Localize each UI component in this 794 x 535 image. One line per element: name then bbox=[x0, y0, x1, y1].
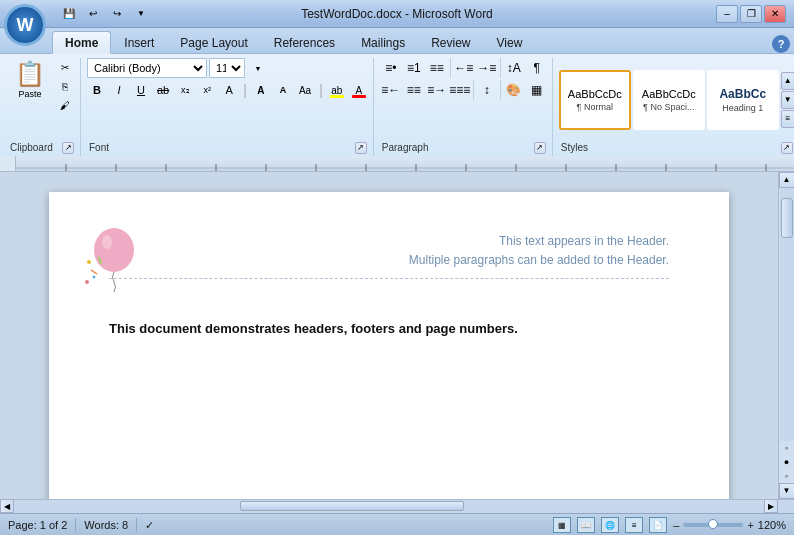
underline-button[interactable]: U bbox=[131, 80, 151, 100]
document-area: This text appears in the Header. Multipl… bbox=[0, 172, 794, 499]
draft-view[interactable]: 📄 bbox=[649, 517, 667, 533]
style-h1-label: Heading 1 bbox=[722, 103, 763, 113]
ribbon-content: 📋 Paste ✂ ⎘ 🖌 Clipboard ↗ Calibri (Body)… bbox=[0, 54, 794, 156]
align-right-button[interactable]: ≡→ bbox=[426, 80, 448, 100]
subscript-button[interactable]: x₂ bbox=[175, 80, 195, 100]
highlight-button[interactable]: ab bbox=[327, 80, 347, 100]
italic-button[interactable]: I bbox=[109, 80, 129, 100]
bold-button[interactable]: B bbox=[87, 80, 107, 100]
web-layout-view[interactable]: 🌐 bbox=[601, 517, 619, 533]
tab-mailings[interactable]: Mailings bbox=[348, 30, 418, 53]
superscript-button[interactable]: x² bbox=[197, 80, 217, 100]
shading-button[interactable]: 🎨 bbox=[503, 80, 525, 100]
scroll-select-button[interactable]: ● bbox=[780, 455, 794, 469]
styles-label: Styles bbox=[561, 142, 588, 153]
restore-button[interactable]: ❐ bbox=[740, 5, 762, 23]
para-divider-1 bbox=[450, 58, 451, 78]
cut-button[interactable]: ✂ bbox=[54, 58, 76, 76]
paragraph-group: ≡• ≡1 ≡≡ ←≡ →≡ ↕A ¶ ≡← ≡≡ ≡→ ≡≡≡ ↕ 🎨 bbox=[376, 58, 553, 156]
copy-button[interactable]: ⎘ bbox=[54, 77, 76, 95]
shrink-font-button[interactable]: A bbox=[273, 80, 293, 100]
tab-page-layout[interactable]: Page Layout bbox=[167, 30, 260, 53]
svg-point-19 bbox=[93, 275, 96, 278]
scroll-track[interactable] bbox=[780, 188, 794, 441]
font-family-select[interactable]: Calibri (Body) bbox=[87, 58, 207, 78]
styles-more[interactable]: ≡ bbox=[781, 110, 794, 128]
zoom-level[interactable]: 120% bbox=[758, 519, 786, 531]
save-icon[interactable]: 💾 bbox=[60, 5, 78, 23]
close-button[interactable]: ✕ bbox=[764, 5, 786, 23]
para-divider-4 bbox=[500, 80, 501, 100]
decrease-indent-button[interactable]: ←≡ bbox=[453, 58, 475, 78]
clipboard-launcher[interactable]: ↗ bbox=[62, 142, 74, 154]
justify-button[interactable]: ≡≡≡ bbox=[449, 80, 471, 100]
balloon-decoration bbox=[79, 222, 149, 302]
align-left-button[interactable]: ≡← bbox=[380, 80, 402, 100]
border-button[interactable]: ▦ bbox=[526, 80, 548, 100]
paragraph-top-row: ≡• ≡1 ≡≡ ←≡ →≡ ↕A ¶ bbox=[380, 58, 548, 78]
scroll-thumb[interactable] bbox=[781, 198, 793, 238]
tab-insert[interactable]: Insert bbox=[111, 30, 167, 53]
font-name-row: Calibri (Body) 11 ▼ bbox=[87, 58, 269, 78]
align-center-button[interactable]: ≡≡ bbox=[403, 80, 425, 100]
style-normal[interactable]: AaBbCcDc ¶ Normal bbox=[559, 70, 631, 130]
format-painter-button[interactable]: 🖌 bbox=[54, 96, 76, 114]
grow-font-button[interactable]: A bbox=[251, 80, 271, 100]
style-heading1[interactable]: AaBbCc Heading 1 bbox=[707, 70, 779, 130]
scroll-right-arrow[interactable]: ▶ bbox=[764, 499, 778, 513]
strikethrough-button[interactable]: ab bbox=[153, 80, 173, 100]
undo-icon[interactable]: ↩ bbox=[84, 5, 102, 23]
minimize-button[interactable]: – bbox=[716, 5, 738, 23]
sort-button[interactable]: ↕A bbox=[503, 58, 525, 78]
redo-icon[interactable]: ↪ bbox=[108, 5, 126, 23]
tab-review[interactable]: Review bbox=[418, 30, 483, 53]
words-info-text: Words: 8 bbox=[84, 519, 128, 531]
clear-format-button[interactable]: A bbox=[219, 80, 239, 100]
paragraph-launcher[interactable]: ↗ bbox=[534, 142, 546, 154]
styles-launcher[interactable]: ↗ bbox=[781, 142, 793, 154]
font-launcher[interactable]: ↗ bbox=[355, 142, 367, 154]
font-size-select[interactable]: 11 bbox=[209, 58, 245, 78]
tab-view[interactable]: View bbox=[484, 30, 536, 53]
zoom-plus-button[interactable]: + bbox=[747, 519, 753, 531]
paste-label: Paste bbox=[18, 89, 41, 99]
scroll-up-arrow[interactable]: ▲ bbox=[779, 172, 795, 188]
office-button[interactable]: W bbox=[4, 4, 46, 46]
para-divider-2 bbox=[500, 58, 501, 78]
scroll-down-arrow[interactable]: ▼ bbox=[779, 483, 795, 499]
line-spacing-button[interactable]: ↕ bbox=[476, 80, 498, 100]
print-layout-view[interactable]: ▦ bbox=[553, 517, 571, 533]
status-divider-1 bbox=[75, 518, 76, 532]
zoom-minus-button[interactable]: – bbox=[673, 519, 679, 531]
window-controls: – ❐ ✕ bbox=[716, 5, 786, 23]
spell-check[interactable]: ✓ bbox=[145, 519, 154, 532]
help-button[interactable]: ? bbox=[772, 35, 790, 53]
bullets-button[interactable]: ≡• bbox=[380, 58, 402, 78]
increase-indent-button[interactable]: →≡ bbox=[476, 58, 498, 78]
document-scroll-area[interactable]: This text appears in the Header. Multipl… bbox=[0, 172, 778, 499]
tab-home[interactable]: Home bbox=[52, 31, 111, 54]
show-marks-button[interactable]: ¶ bbox=[526, 58, 548, 78]
full-reading-view[interactable]: 📖 bbox=[577, 517, 595, 533]
prev-page-button[interactable]: ◦ bbox=[780, 441, 794, 455]
font-size-dropdown[interactable]: ▼ bbox=[247, 59, 269, 77]
paragraph-group-body: ≡• ≡1 ≡≡ ←≡ →≡ ↕A ¶ ≡← ≡≡ ≡→ ≡≡≡ ↕ 🎨 bbox=[380, 58, 548, 142]
multilevel-button[interactable]: ≡≡ bbox=[426, 58, 448, 78]
font-color-button[interactable]: A bbox=[349, 80, 369, 100]
quick-access-dropdown[interactable]: ▼ bbox=[132, 5, 150, 23]
zoom-slider-thumb[interactable] bbox=[708, 519, 718, 529]
svg-point-20 bbox=[85, 280, 89, 284]
styles-scroll-up[interactable]: ▲ bbox=[781, 72, 794, 90]
style-no-spacing[interactable]: AaBbCcDc ¶ No Spaci... bbox=[633, 70, 705, 130]
tab-references[interactable]: References bbox=[261, 30, 348, 53]
change-case-button[interactable]: Aa bbox=[295, 80, 315, 100]
styles-scroll-down[interactable]: ▼ bbox=[781, 91, 794, 109]
outline-view[interactable]: ≡ bbox=[625, 517, 643, 533]
zoom-slider-track[interactable] bbox=[683, 523, 743, 527]
h-scroll-thumb[interactable] bbox=[240, 501, 464, 511]
numbering-button[interactable]: ≡1 bbox=[403, 58, 425, 78]
paste-button[interactable]: 📋 Paste bbox=[8, 58, 52, 101]
next-page-button[interactable]: ◦ bbox=[780, 469, 794, 483]
scroll-left-arrow[interactable]: ◀ bbox=[0, 499, 14, 513]
h-scroll-track[interactable] bbox=[16, 501, 762, 511]
